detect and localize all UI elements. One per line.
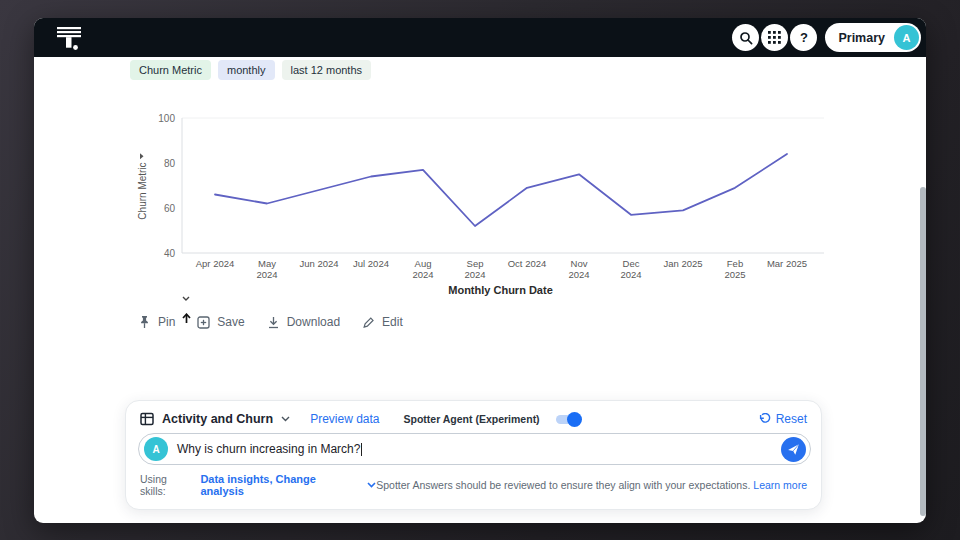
search-icon xyxy=(739,31,753,45)
svg-text:Aug2024: Aug2024 xyxy=(412,258,433,280)
download-button[interactable]: Download xyxy=(267,315,340,329)
svg-text:Dec2024: Dec2024 xyxy=(620,258,641,280)
spotter-agent-toggle[interactable] xyxy=(556,415,580,424)
primary-org-label: Primary xyxy=(838,31,885,45)
download-label: Download xyxy=(287,315,340,329)
datasource-icon xyxy=(140,412,154,426)
chevron-down-icon[interactable] xyxy=(367,482,376,488)
churn-line-chart: 406080100Apr 2024May2024Jun 2024Jul 2024… xyxy=(140,112,830,282)
svg-text:100: 100 xyxy=(158,113,175,124)
thoughtspot-logo[interactable] xyxy=(56,24,82,52)
spotter-panel: Activity and Churn Preview data Spotter … xyxy=(125,400,822,510)
caret-down-icon xyxy=(140,152,145,159)
pin-icon xyxy=(138,315,151,329)
send-button[interactable] xyxy=(781,437,806,462)
svg-text:May2024: May2024 xyxy=(256,258,277,280)
text-cursor xyxy=(361,443,362,456)
pin-button[interactable]: Pin xyxy=(138,315,175,329)
download-icon xyxy=(267,316,280,329)
svg-text:Jun 2024: Jun 2024 xyxy=(299,258,338,269)
topbar: ? Primary A xyxy=(34,18,926,57)
apps-grid-button[interactable] xyxy=(761,24,788,51)
save-icon xyxy=(197,316,210,329)
org-avatar: A xyxy=(894,25,919,50)
svg-text:Apr 2024: Apr 2024 xyxy=(196,258,235,269)
app-window: ? Primary A Churn Metric monthly last 12… xyxy=(34,18,926,523)
svg-text:80: 80 xyxy=(164,158,176,169)
skills-prefix: Using skills: xyxy=(140,473,195,497)
help-button[interactable]: ? xyxy=(790,24,817,51)
svg-text:Jul 2024: Jul 2024 xyxy=(353,258,389,269)
skills-row: Using skills: Data insights, Change anal… xyxy=(140,473,376,497)
answer-actions: Pin Save xyxy=(138,315,403,329)
skills-link[interactable]: Data insights, Change analysis xyxy=(200,473,362,497)
primary-org-button[interactable]: Primary A xyxy=(825,23,921,52)
prompt-text: Why is churn increasing in March? xyxy=(177,442,360,456)
send-icon xyxy=(787,443,800,456)
svg-text:Feb2025: Feb2025 xyxy=(724,258,745,280)
disclaimer: Spotter Answers should be reviewed to en… xyxy=(376,479,807,491)
save-button[interactable]: Save xyxy=(197,315,244,329)
svg-text:Mar 2025: Mar 2025 xyxy=(767,258,807,269)
reset-label: Reset xyxy=(776,412,807,426)
spotter-panel-header: Activity and Churn Preview data Spotter … xyxy=(140,412,807,426)
svg-text:40: 40 xyxy=(164,248,176,259)
y-axis-label[interactable]: Churn Metric xyxy=(137,152,148,219)
toggle-knob xyxy=(567,412,582,427)
caret-down-icon xyxy=(182,296,824,301)
chip-monthly[interactable]: monthly xyxy=(218,60,275,80)
vertical-scrollbar-thumb[interactable] xyxy=(920,187,926,516)
grid-icon xyxy=(768,31,781,44)
chip-churn-metric[interactable]: Churn Metric xyxy=(130,60,211,80)
spotter-agent-label: Spotter Agent (Experiment) xyxy=(404,413,540,425)
datasource-selector[interactable]: Activity and Churn xyxy=(162,412,273,426)
desktop-background: ? Primary A Churn Metric monthly last 12… xyxy=(0,0,960,540)
reset-button[interactable]: Reset xyxy=(758,412,807,426)
edit-icon xyxy=(362,316,375,329)
help-icon: ? xyxy=(800,30,808,45)
learn-more-link[interactable]: Learn more xyxy=(753,479,807,491)
chevron-down-icon[interactable] xyxy=(281,416,290,422)
prompt-input[interactable]: A Why is churn increasing in March? xyxy=(138,433,811,465)
search-button[interactable] xyxy=(732,24,759,51)
reset-icon xyxy=(758,413,771,426)
pin-label: Pin xyxy=(158,315,175,329)
spotter-panel-footer: Using skills: Data insights, Change anal… xyxy=(140,473,807,497)
svg-text:Jan 2025: Jan 2025 xyxy=(663,258,702,269)
chip-last-12-months[interactable]: last 12 months xyxy=(282,60,372,80)
edit-button[interactable]: Edit xyxy=(362,315,403,329)
user-avatar: A xyxy=(144,437,168,461)
save-label: Save xyxy=(217,315,244,329)
preview-data-link[interactable]: Preview data xyxy=(310,412,379,426)
svg-text:Nov2024: Nov2024 xyxy=(568,258,589,280)
query-chips: Churn Metric monthly last 12 months xyxy=(130,60,371,80)
edit-label: Edit xyxy=(382,315,403,329)
svg-text:Oct 2024: Oct 2024 xyxy=(508,258,547,269)
svg-text:60: 60 xyxy=(164,203,176,214)
svg-text:Sep2024: Sep2024 xyxy=(464,258,485,280)
